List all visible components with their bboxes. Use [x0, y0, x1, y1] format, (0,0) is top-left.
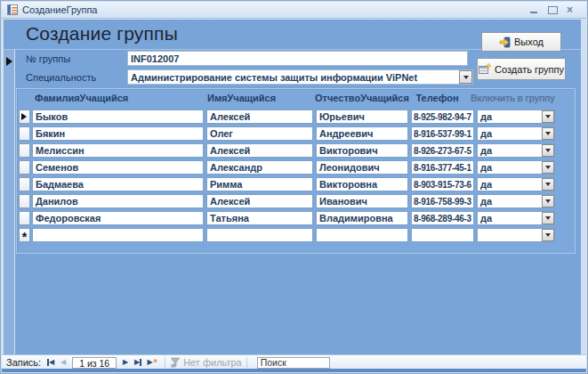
cell-phone[interactable]: 8-903-915-73-6	[411, 177, 474, 191]
new-record-icon: *	[154, 358, 157, 367]
minimize-icon[interactable]	[529, 5, 538, 14]
cell-lastname[interactable]: Мелиссин	[32, 143, 204, 158]
table-row: Мелиссин Алексей Викторович 8-926-273-67…	[19, 143, 573, 158]
dropdown-button[interactable]	[542, 144, 554, 157]
cell-patronymic[interactable]: Викторовна	[316, 177, 408, 191]
cell-phone[interactable]: 8-916-537-99-1	[411, 126, 474, 141]
form-record-selector[interactable]	[4, 50, 15, 354]
cell-include-combobox[interactable]: да	[477, 194, 555, 208]
dropdown-button[interactable]	[542, 127, 554, 140]
search-input[interactable]	[257, 357, 330, 369]
exit-icon	[499, 37, 511, 48]
cell-firstname[interactable]: Алексей	[206, 194, 313, 208]
cell-firstname[interactable]: Александр	[206, 160, 313, 175]
new-row-selector[interactable]: *	[19, 228, 30, 242]
cell-firstname[interactable]: Алексей	[206, 143, 313, 158]
cell-patronymic-empty[interactable]	[316, 228, 408, 242]
next-record-button[interactable]: ▶	[119, 357, 132, 369]
dropdown-button[interactable]	[542, 229, 554, 241]
col-header-include[interactable]: Включить в группу	[471, 93, 552, 103]
include-value: да	[478, 127, 542, 140]
page-title: Создание группы	[26, 23, 178, 45]
col-header-firstname[interactable]: ИмяУчащийся	[207, 93, 276, 103]
cell-include-combobox[interactable]: да	[477, 177, 555, 191]
row-selector[interactable]	[19, 143, 30, 158]
include-value: да	[478, 195, 542, 207]
no-filter-label: Нет фильтра	[183, 357, 242, 368]
cell-lastname[interactable]: Бякин	[32, 126, 204, 141]
cell-include-combobox[interactable]: да	[477, 211, 555, 225]
cell-lastname[interactable]: Семенов	[32, 160, 204, 175]
window-tab-bar: СозданиеГруппа ×	[2, 2, 586, 19]
tab-title[interactable]: СозданиеГруппа	[22, 4, 97, 15]
col-header-lastname[interactable]: ФамилияУчащийся	[35, 93, 128, 103]
cell-lastname[interactable]: Федоровская	[32, 211, 204, 225]
previous-record-icon: ◀	[60, 359, 66, 366]
cell-include-combobox[interactable]: да	[477, 110, 555, 124]
previous-record-button[interactable]: ◀	[57, 357, 69, 369]
new-record-button[interactable]: ▶*	[144, 357, 160, 369]
cell-lastname[interactable]: Бадмаева	[32, 177, 204, 191]
cell-include-combobox[interactable]: да	[477, 126, 555, 141]
col-header-phone[interactable]: Телефон	[406, 93, 469, 103]
exit-button-label: Выход	[514, 37, 544, 47]
create-group-button-label: Создать группу	[495, 64, 564, 75]
first-record-button[interactable]: ◀	[44, 357, 57, 369]
exit-button[interactable]: Выход	[481, 32, 561, 52]
row-selector[interactable]	[19, 126, 30, 141]
cell-firstname[interactable]: Татьяна	[206, 211, 313, 225]
form-icon	[7, 4, 18, 15]
filter-status[interactable]: Нет фильтра	[170, 357, 242, 368]
cell-lastname-empty[interactable]	[32, 228, 204, 242]
dropdown-button[interactable]	[542, 161, 554, 174]
cell-patronymic[interactable]: Викторович	[316, 143, 408, 158]
col-header-patronymic[interactable]: ОтчествоУчащийся	[315, 93, 409, 103]
cell-include-combobox[interactable]: да	[477, 143, 555, 158]
chevron-down-icon	[545, 199, 551, 206]
dropdown-button[interactable]	[542, 195, 554, 207]
cell-lastname[interactable]: Быков	[32, 110, 204, 124]
cell-patronymic[interactable]: Андреевич	[316, 126, 408, 141]
close-icon[interactable]: ×	[567, 5, 576, 14]
cell-phone[interactable]: 8-925-982-94-7	[411, 110, 474, 124]
cell-include-combobox[interactable]	[477, 228, 555, 242]
cell-patronymic[interactable]: Леонидович	[316, 160, 408, 175]
row-selector[interactable]	[19, 110, 30, 124]
cell-firstname[interactable]: Алексей	[206, 110, 313, 124]
create-group-button[interactable]: Создать группу	[477, 58, 566, 80]
last-record-button[interactable]: ▶	[132, 357, 144, 369]
group-number-input[interactable]: INF012007	[127, 51, 468, 66]
cell-phone[interactable]: 8-916-758-99-3	[411, 194, 474, 208]
row-selector[interactable]	[19, 177, 30, 191]
cell-phone-empty[interactable]	[411, 228, 474, 242]
cell-firstname[interactable]: Олег	[206, 126, 313, 141]
cell-phone[interactable]: 8-968-289-46-3	[411, 211, 474, 225]
cell-firstname[interactable]: Римма	[206, 177, 313, 191]
cell-firstname-empty[interactable]	[206, 228, 313, 242]
dropdown-button[interactable]	[542, 110, 554, 123]
navbar-separator	[165, 357, 165, 368]
table-rows: Быков Алексей Юрьевич 8-925-982-94-7 да …	[19, 110, 573, 245]
dropdown-button[interactable]	[542, 212, 554, 224]
specialty-dropdown-button[interactable]	[459, 70, 472, 84]
maximize-icon[interactable]	[548, 5, 557, 14]
cell-phone[interactable]: 8-926-273-67-5	[411, 143, 474, 158]
chevron-down-icon	[463, 76, 469, 82]
include-value-empty	[478, 229, 542, 241]
chevron-down-icon	[545, 166, 551, 172]
dropdown-button[interactable]	[542, 178, 554, 191]
record-counter[interactable]: 1 из 16	[72, 357, 117, 369]
include-value: да	[478, 144, 542, 157]
row-selector[interactable]	[19, 211, 30, 225]
cell-lastname[interactable]: Данилов	[32, 194, 204, 208]
cell-phone[interactable]: 8-916-377-45-1	[411, 160, 474, 175]
form-body: Создание группы № группы INF012007 Специ…	[4, 20, 581, 354]
table-row: Федоровская Татьяна Владимировна 8-968-2…	[19, 211, 573, 225]
row-selector[interactable]	[19, 160, 30, 175]
row-selector[interactable]	[19, 194, 30, 208]
specialty-combobox[interactable]: Администрирование системы защиты информа…	[127, 69, 473, 85]
cell-patronymic[interactable]: Юрьевич	[316, 110, 408, 124]
cell-patronymic[interactable]: Иванович	[316, 194, 408, 208]
cell-patronymic[interactable]: Владимировна	[316, 211, 408, 225]
cell-include-combobox[interactable]: да	[477, 160, 555, 175]
